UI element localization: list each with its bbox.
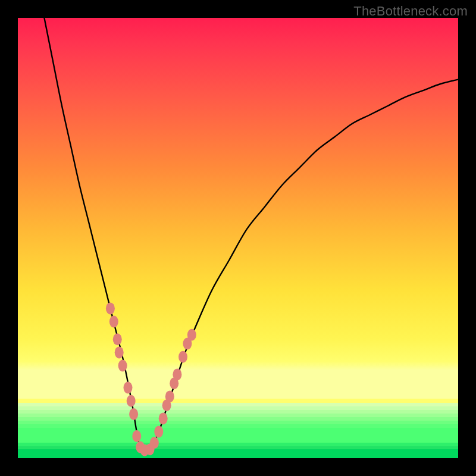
marker-layer <box>106 302 196 456</box>
data-marker <box>154 426 163 438</box>
watermark-text: TheBottleneck.com <box>353 4 468 19</box>
bottleneck-curve <box>44 18 458 452</box>
curve-svg <box>18 18 458 458</box>
data-marker <box>106 302 115 314</box>
data-marker <box>150 437 159 449</box>
data-marker <box>173 368 181 380</box>
data-marker <box>187 329 196 341</box>
chart-frame: TheBottleneck.com <box>0 0 476 476</box>
data-marker <box>115 346 124 358</box>
data-marker <box>165 390 174 402</box>
data-marker <box>124 382 133 394</box>
data-marker <box>132 430 141 442</box>
data-marker <box>159 412 168 424</box>
data-marker <box>113 333 122 345</box>
data-marker <box>178 351 187 363</box>
data-marker <box>127 395 136 407</box>
data-marker <box>129 408 138 420</box>
plot-area <box>18 18 458 458</box>
data-marker <box>109 316 118 328</box>
data-marker <box>118 360 127 372</box>
